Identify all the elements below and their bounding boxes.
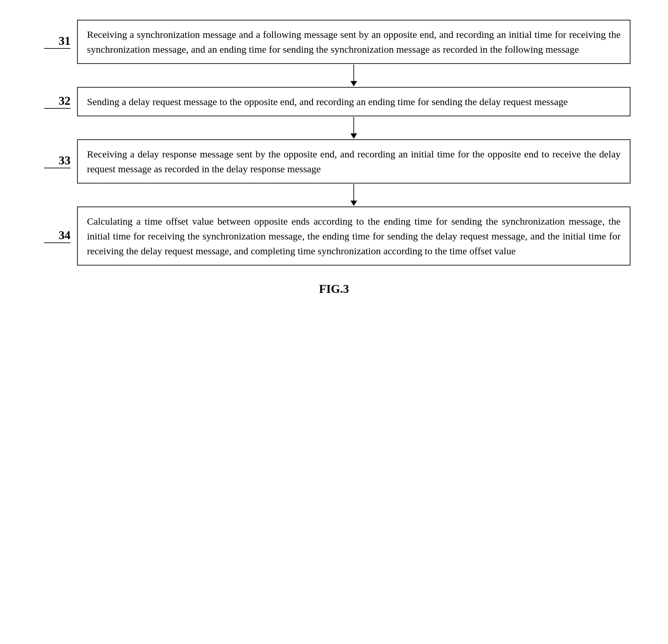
step-row-31: 31 Receiving a synchronization message a… xyxy=(37,20,631,64)
step-text-34: Calculating a time offset value between … xyxy=(87,216,621,256)
step-label-line-33 xyxy=(44,168,71,168)
arrow-1 xyxy=(37,64,631,87)
arrow-head-3 xyxy=(350,200,357,206)
figure-label: FIG.3 xyxy=(319,282,349,296)
step-label-31: 31 xyxy=(37,35,77,49)
arrow-shaft-2 xyxy=(353,117,354,133)
step-row-32: 32 Sending a delay request message to th… xyxy=(37,87,631,116)
arrow-shaft-3 xyxy=(353,184,354,200)
arrow-shaft-1 xyxy=(353,64,354,81)
step-number-34: 34 xyxy=(59,229,71,241)
arrow-3 xyxy=(37,183,631,207)
step-box-31: Receiving a synchronization message and … xyxy=(77,20,631,64)
step-box-34: Calculating a time offset value between … xyxy=(77,207,631,266)
figure-title-text: FIG.3 xyxy=(319,282,349,296)
step-box-33: Receiving a delay response message sent … xyxy=(77,139,631,183)
step-label-line-32 xyxy=(44,108,71,109)
step-box-32: Sending a delay request message to the o… xyxy=(77,87,631,116)
diagram-container: 31 Receiving a synchronization message a… xyxy=(37,20,631,296)
step-number-31: 31 xyxy=(59,35,71,47)
arrow-head-2 xyxy=(350,133,357,139)
step-label-33: 33 xyxy=(37,154,77,168)
step-row-33: 33 Receiving a delay response message se… xyxy=(37,139,631,183)
step-text-32: Sending a delay request message to the o… xyxy=(87,96,568,107)
arrow-2 xyxy=(37,116,631,139)
step-label-32: 32 xyxy=(37,95,77,109)
arrow-head-1 xyxy=(350,81,357,86)
step-label-line-34 xyxy=(44,242,71,243)
arrow-wrapper-1 xyxy=(77,64,631,86)
step-number-32: 32 xyxy=(59,95,71,107)
step-row-34: 34 Calculating a time offset value betwe… xyxy=(37,207,631,266)
step-text-31: Receiving a synchronization message and … xyxy=(87,29,621,55)
step-label-line-31 xyxy=(44,48,71,49)
step-number-33: 33 xyxy=(59,154,71,166)
arrow-wrapper-3 xyxy=(77,184,631,206)
step-text-33: Receiving a delay response message sent … xyxy=(87,149,621,174)
arrow-wrapper-2 xyxy=(77,117,631,139)
step-label-34: 34 xyxy=(37,229,77,243)
